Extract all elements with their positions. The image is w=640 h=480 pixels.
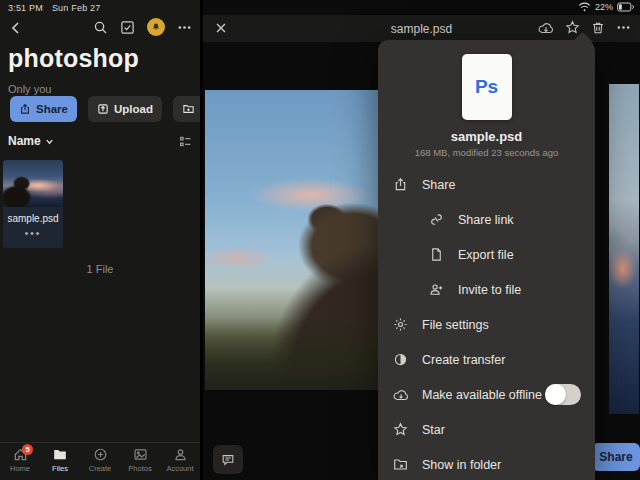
menu-item-create-transfer[interactable]: Create transfer — [378, 342, 595, 377]
folder-title: photoshop — [8, 44, 139, 73]
status-time: 3:51 PM — [8, 3, 43, 13]
star-button[interactable] — [565, 20, 580, 35]
transfer-icon-svg — [393, 352, 408, 367]
comments-button[interactable] — [213, 445, 243, 474]
files-panel: 3:51 PMSun Feb 27 photosho — [0, 0, 200, 480]
ellipsis-icon — [616, 20, 631, 35]
home-badge: 5 — [22, 444, 33, 455]
comment-icon — [221, 453, 235, 467]
star-icon — [392, 421, 409, 438]
nav-item-photos[interactable]: Photos — [120, 444, 160, 480]
chevron-left-icon — [8, 20, 24, 36]
nav-item-account[interactable]: Account — [160, 444, 200, 480]
nav-item-home[interactable]: Home 5 — [0, 444, 40, 480]
nav-item-create[interactable]: Create — [80, 444, 120, 480]
person-icon — [173, 447, 188, 462]
sort-dropdown[interactable]: Name — [8, 134, 55, 148]
menu-item-share[interactable]: Share — [378, 167, 595, 202]
star-icon — [565, 20, 580, 35]
file-thumbnail — [3, 160, 63, 207]
status-date: Sun Feb 27 — [52, 3, 101, 13]
menu-list: Share Share link Export file Invite to f… — [378, 167, 595, 480]
trash-icon — [591, 21, 605, 35]
folder-access-label: Only you — [8, 83, 51, 95]
preview-image-mountain — [609, 84, 639, 414]
transfer-icon — [392, 351, 409, 368]
nav-divider — [0, 442, 200, 443]
notifications-button[interactable] — [147, 18, 165, 36]
delete-button[interactable] — [591, 21, 605, 35]
file-count-label: 1 File — [0, 263, 200, 275]
file-context-menu: Ps sample.psd 168 MB, modified 23 second… — [378, 40, 595, 480]
offline-toggle[interactable] — [545, 384, 581, 405]
gear-icon — [392, 316, 409, 333]
menu-item-export-file[interactable]: Export file — [378, 237, 595, 272]
status-indicators: 22% — [578, 2, 634, 12]
person-add-icon — [428, 281, 445, 298]
menu-item-make-available-offline[interactable]: Make available offline — [378, 377, 595, 412]
file-more-button[interactable]: ••• — [3, 228, 63, 239]
menu-item-file-settings[interactable]: File settings — [378, 307, 595, 342]
cloud-download-icon — [538, 21, 554, 35]
folder-open-icon — [392, 456, 409, 473]
more-options-button[interactable] — [177, 20, 192, 35]
folder-icon — [52, 447, 68, 462]
toggle-knob — [545, 384, 566, 405]
upload-button[interactable]: Upload — [88, 96, 162, 122]
bottom-nav: Home 5 Files Create Photos Account — [0, 444, 200, 480]
photo-icon — [133, 447, 148, 462]
ps-logo: Ps — [475, 76, 498, 98]
menu-item-share-link[interactable]: Share link — [378, 202, 595, 237]
upload-icon — [97, 103, 109, 115]
share-folder-button[interactable]: Share — [10, 96, 77, 122]
file-card-sample-psd[interactable]: sample.psd ••• — [3, 160, 63, 248]
link-icon — [428, 211, 445, 228]
menu-file-name: sample.psd — [378, 129, 595, 144]
menu-item-show-in-folder[interactable]: Show in folder — [378, 447, 595, 480]
file-icon — [428, 246, 445, 263]
select-button[interactable] — [120, 20, 135, 35]
search-button[interactable] — [93, 20, 108, 35]
preview-more-button[interactable] — [616, 20, 631, 35]
cloud-offline-icon — [392, 386, 409, 403]
menu-item-star[interactable]: Star — [378, 412, 595, 447]
search-icon — [93, 20, 108, 35]
view-toggle-button[interactable] — [179, 135, 192, 148]
folder-plus-icon — [182, 103, 195, 115]
nav-item-files[interactable]: Files — [40, 444, 80, 480]
battery-percent: 22% — [595, 2, 613, 12]
status-clock: 3:51 PMSun Feb 27 — [8, 3, 100, 13]
photoshop-file-icon: Ps — [462, 54, 512, 120]
preview-header: sample.psd — [203, 15, 640, 42]
share-icon — [19, 103, 31, 115]
save-offline-button[interactable] — [538, 21, 554, 35]
checkbox-icon — [120, 20, 135, 35]
battery-icon — [617, 2, 634, 12]
file-name-label: sample.psd — [3, 213, 63, 224]
wifi-icon — [578, 2, 591, 12]
plus-circle-icon — [93, 447, 108, 462]
screen: 3:51 PMSun Feb 27 photosho — [0, 0, 640, 480]
menu-file-meta: 168 MB, modified 23 seconds ago — [378, 147, 595, 158]
preview-share-button[interactable]: Share — [592, 443, 640, 471]
list-view-icon — [179, 135, 192, 148]
share-icon — [392, 176, 409, 193]
ellipsis-icon — [177, 20, 192, 35]
menu-item-invite-to-file[interactable]: Invite to file — [378, 272, 595, 307]
bell-icon — [151, 22, 161, 32]
chevron-down-icon — [44, 136, 55, 147]
back-button[interactable] — [8, 20, 24, 36]
